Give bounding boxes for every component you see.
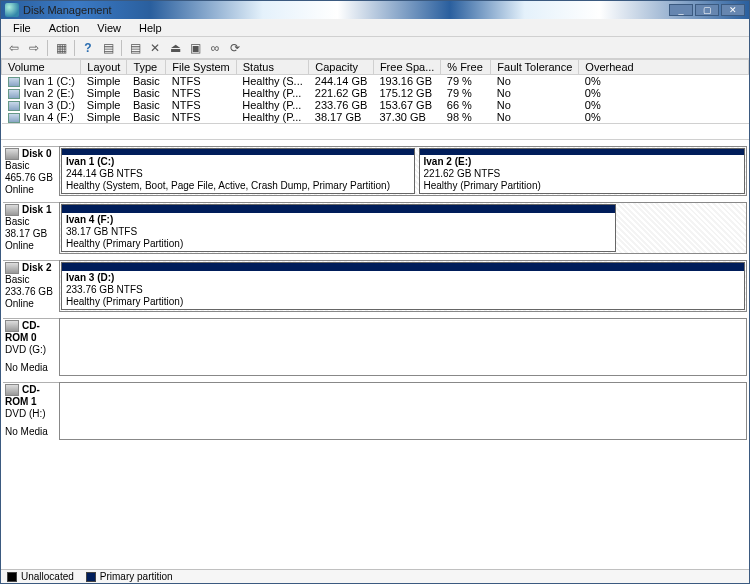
partition-stripe [62,263,744,271]
vol-layout: Simple [81,111,127,124]
menu-view[interactable]: View [89,21,129,35]
vol-overhead: 0% [579,111,749,124]
close-button[interactable]: ✕ [721,4,745,16]
optical-row: CD-ROM 1DVD (H:)No Media [3,382,747,440]
vol-capacity: 244.14 GB [309,75,374,88]
vol-status: Healthy (S... [236,75,309,88]
col-volume[interactable]: Volume [2,60,81,75]
primary-swatch [86,572,96,582]
optical-layout [59,382,747,440]
eject-icon[interactable]: ⏏ [166,39,184,57]
link-icon[interactable]: ∞ [206,39,224,57]
partition[interactable]: Ivan 1 (C:)244.14 GB NTFSHealthy (System… [61,148,415,194]
vol-layout: Simple [81,75,127,88]
partition-health: Healthy (System, Boot, Page File, Active… [66,180,410,192]
volume-row[interactable]: Ivan 3 (D:)SimpleBasicNTFSHealthy (P...2… [2,99,749,111]
vol-name: Ivan 4 (F:) [2,111,81,124]
vol-overhead: 0% [579,75,749,88]
partition-size: 221.62 GB NTFS [424,168,740,180]
col-capacity[interactable]: Capacity [309,60,374,75]
optical-info[interactable]: CD-ROM 1DVD (H:)No Media [3,382,59,440]
vol-fs: NTFS [166,111,236,124]
menu-file[interactable]: File [5,21,39,35]
partition[interactable]: Ivan 2 (E:)221.62 GB NTFSHealthy (Primar… [419,148,745,194]
vol-fs: NTFS [166,99,236,111]
partition-health: Healthy (Primary Partition) [424,180,740,192]
vol-layout: Simple [81,99,127,111]
volume-icon [8,77,20,87]
disk-layout: Ivan 3 (D:)233.76 GB NTFSHealthy (Primar… [59,260,747,312]
disk-icon [5,148,19,160]
vol-type: Basic [127,75,166,88]
back-icon[interactable]: ⇦ [5,39,23,57]
partition-size: 38.17 GB NTFS [66,226,611,238]
vol-fs: NTFS [166,75,236,88]
vol-status: Healthy (P... [236,99,309,111]
disk-info[interactable]: Disk 1Basic38.17 GBOnline [3,202,59,254]
partition-name: Ivan 3 (D:) [66,272,740,284]
optical-icon [5,320,19,332]
disk-layout: Ivan 4 (F:)38.17 GB NTFSHealthy (Primary… [59,202,747,254]
vol-overhead: 0% [579,87,749,99]
partition-health: Healthy (Primary Partition) [66,296,740,308]
col-overhead[interactable]: Overhead [579,60,749,75]
vol-fault: No [491,99,579,111]
vol-name: Ivan 1 (C:) [2,75,81,88]
partition[interactable]: Ivan 4 (F:)38.17 GB NTFSHealthy (Primary… [61,204,616,252]
legend-unallocated: Unallocated [7,571,74,582]
vol-status: Healthy (P... [236,87,309,99]
vol-layout: Simple [81,87,127,99]
save-icon[interactable]: ▣ [186,39,204,57]
separator [74,40,75,56]
volume-row[interactable]: Ivan 2 (E:)SimpleBasicNTFSHealthy (P...2… [2,87,749,99]
volume-row[interactable]: Ivan 1 (C:)SimpleBasicNTFSHealthy (S...2… [2,75,749,88]
volume-icon [8,89,20,99]
separator [121,40,122,56]
disk-info[interactable]: Disk 0Basic465.76 GBOnline [3,146,59,196]
disk-icon [5,204,19,216]
vol-pct: 79 % [441,75,491,88]
volume-icon [8,101,20,111]
help-icon[interactable]: ? [79,39,97,57]
vol-type: Basic [127,99,166,111]
vol-free: 193.16 GB [373,75,440,88]
maximize-button[interactable]: ▢ [695,4,719,16]
partition[interactable]: Ivan 3 (D:)233.76 GB NTFSHealthy (Primar… [61,262,745,310]
col-pctfree[interactable]: % Free [441,60,491,75]
vol-capacity: 221.62 GB [309,87,374,99]
forward-icon[interactable]: ⇨ [25,39,43,57]
vol-fault: No [491,87,579,99]
vol-status: Healthy (P... [236,111,309,124]
col-type[interactable]: Type [127,60,166,75]
view-icon[interactable]: ▦ [52,39,70,57]
list-icon[interactable]: ▤ [126,39,144,57]
legend-primary: Primary partition [86,571,173,582]
volume-row[interactable]: Ivan 4 (F:)SimpleBasicNTFSHealthy (P...3… [2,111,749,124]
menu-help[interactable]: Help [131,21,170,35]
col-freespace[interactable]: Free Spa... [373,60,440,75]
disk-info[interactable]: Disk 2Basic233.76 GBOnline [3,260,59,312]
disk-management-icon [5,3,19,17]
col-layout[interactable]: Layout [81,60,127,75]
vol-free: 37.30 GB [373,111,440,124]
window-title: Disk Management [23,4,667,16]
delete-icon[interactable]: ✕ [146,39,164,57]
menubar: File Action View Help [1,19,749,37]
refresh-icon[interactable]: ⟳ [226,39,244,57]
vol-free: 153.67 GB [373,99,440,111]
minimize-button[interactable]: _ [669,4,693,16]
vol-type: Basic [127,111,166,124]
partition-name: Ivan 2 (E:) [424,156,740,168]
volume-header-row: Volume Layout Type File System Status Ca… [2,60,749,75]
disk-row: Disk 0Basic465.76 GBOnlineIvan 1 (C:)244… [3,146,747,196]
vol-overhead: 0% [579,99,749,111]
vol-type: Basic [127,87,166,99]
disk-layout-pane: Disk 0Basic465.76 GBOnlineIvan 1 (C:)244… [1,139,749,569]
col-fault[interactable]: Fault Tolerance [491,60,579,75]
col-filesystem[interactable]: File System [166,60,236,75]
optical-info[interactable]: CD-ROM 0DVD (G:)No Media [3,318,59,376]
titlebar: Disk Management _ ▢ ✕ [1,1,749,19]
menu-action[interactable]: Action [41,21,88,35]
properties-icon[interactable]: ▤ [99,39,117,57]
col-status[interactable]: Status [236,60,309,75]
